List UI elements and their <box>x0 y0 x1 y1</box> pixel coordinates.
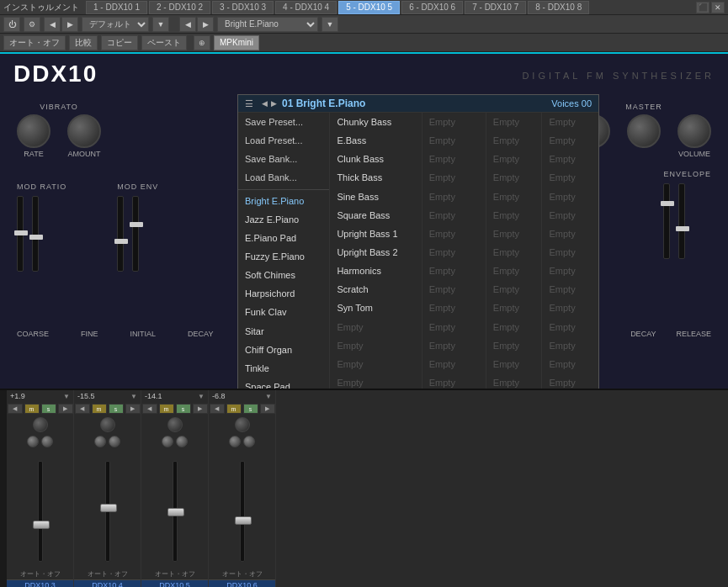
preset-col3-item-12[interactable]: Empty <box>422 336 486 355</box>
preset-col3-item-7[interactable]: Empty <box>422 243 486 262</box>
send-knob1-3[interactable] <box>229 436 241 447</box>
minimize-button[interactable]: ⬛ <box>696 2 709 13</box>
channel-arrow-right-1[interactable]: ▶ <box>125 404 141 414</box>
menu-icon[interactable]: ▼ <box>152 17 169 32</box>
dropdown-next-button[interactable]: ▶ <box>271 99 277 108</box>
preset-col2-item-9[interactable]: Scratch <box>330 280 421 299</box>
preset-col3-item-1[interactable]: Empty <box>422 131 486 150</box>
channel-m-btn-3[interactable]: m <box>226 404 242 414</box>
preset-col2-item-6[interactable]: Upright Bass 1 <box>330 225 421 243</box>
preset-col2-item-8[interactable]: Harmonics <box>330 262 421 280</box>
preset-col5-item-12[interactable]: Empty <box>542 336 598 355</box>
pan-knob-3[interactable] <box>235 417 250 432</box>
preset-col3-item-9[interactable]: Empty <box>422 280 486 299</box>
preset-col5-item-1[interactable]: Empty <box>542 131 598 150</box>
preset-col3-item-11[interactable]: Empty <box>422 318 486 336</box>
preset-col2-item-2[interactable]: Clunk Bass <box>330 150 421 168</box>
tab-ddx10-1[interactable]: 1 - DDX10 1 <box>86 1 147 14</box>
paste-button[interactable]: ペースト <box>141 35 187 50</box>
nav-left-button[interactable]: ◀ <box>44 17 61 32</box>
tab-ddx10-3[interactable]: 3 - DDX10 3 <box>212 1 274 14</box>
channel-s-btn-1[interactable]: s <box>109 404 124 414</box>
fader-knob-3[interactable] <box>235 516 252 525</box>
decay-slider-handle[interactable] <box>130 222 143 227</box>
preset-col1-item-1[interactable]: Jazz E.Piano <box>238 210 329 229</box>
preset-col5-item-7[interactable]: Empty <box>542 243 598 262</box>
power-icon[interactable]: ⏻ <box>3 17 20 32</box>
send-knob1-1[interactable] <box>94 436 106 447</box>
pan-knob-1[interactable] <box>100 417 115 432</box>
copy-button[interactable]: コピー <box>101 35 138 50</box>
preset-col3-item-4[interactable]: Empty <box>422 188 486 206</box>
preset-col2-item-11[interactable]: Empty <box>330 318 421 336</box>
preset-col4-item-12[interactable]: Empty <box>486 336 542 355</box>
preset-col4-item-2[interactable]: Empty <box>486 150 542 168</box>
preset-col2-item-13[interactable]: Empty <box>330 355 421 373</box>
preset-col3-item-14[interactable]: Empty <box>422 373 486 389</box>
channel-s-btn-3[interactable]: s <box>243 404 258 414</box>
channel-m-btn-2[interactable]: m <box>159 404 174 414</box>
coarse-slider-track[interactable] <box>17 196 24 272</box>
save-bank-item[interactable]: Save Bank... <box>238 150 329 168</box>
compare-button[interactable]: 比較 <box>69 35 98 50</box>
coarse-slider-handle[interactable] <box>14 230 28 235</box>
settings-icon[interactable]: ⚙ <box>24 17 40 32</box>
env-slider2-track[interactable] <box>678 183 685 259</box>
preset-col1-item-2[interactable]: E.Piano Pad <box>238 229 329 247</box>
channel-arrow-left-1[interactable]: ◀ <box>75 404 90 414</box>
send-knob1-0[interactable] <box>27 436 39 447</box>
preset-col4-item-3[interactable]: Empty <box>486 168 542 187</box>
tab-ddx10-6[interactable]: 6 - DDX10 6 <box>401 1 463 14</box>
channel-s-btn-2[interactable]: s <box>176 404 191 414</box>
zoom-icon[interactable]: ⊕ <box>194 35 210 50</box>
preset-col3-item-2[interactable]: Empty <box>422 150 486 168</box>
send-knob1-2[interactable] <box>162 436 173 447</box>
auto-off-button[interactable]: オート・オフ <box>3 35 66 50</box>
preset-col5-item-9[interactable]: Empty <box>542 280 598 299</box>
preset-name-dropdown[interactable]: Bright E.Piano <box>217 17 318 32</box>
preset-col5-item-3[interactable]: Empty <box>542 168 598 187</box>
preset-col3-item-3[interactable]: Empty <box>422 168 486 187</box>
preset-col1-item-5[interactable]: Harpsichord <box>238 284 329 303</box>
fader-knob-0[interactable] <box>33 521 50 529</box>
pan-knob-0[interactable] <box>33 417 48 432</box>
preset-col4-item-0[interactable]: Empty <box>486 113 542 131</box>
preset-col2-item-10[interactable]: Syn Tom <box>330 299 421 317</box>
preset-col1-item-7[interactable]: Sitar <box>238 322 329 341</box>
preset-col5-item-11[interactable]: Empty <box>542 318 598 336</box>
preset-col1-item-10[interactable]: Space Pad <box>238 378 329 389</box>
preset-col5-item-10[interactable]: Empty <box>542 299 598 317</box>
preset-col3-item-5[interactable]: Empty <box>422 206 486 225</box>
preset-col5-item-0[interactable]: Empty <box>542 113 598 131</box>
preset-col3-item-8[interactable]: Empty <box>422 262 486 280</box>
preset-col2-item-5[interactable]: Square Bass <box>330 206 421 225</box>
preset-col4-item-4[interactable]: Empty <box>486 188 542 206</box>
preset-col2-item-14[interactable]: Empty <box>330 373 421 389</box>
preset-col4-item-5[interactable]: Empty <box>486 206 542 225</box>
pan-knob-2[interactable] <box>167 417 183 432</box>
channel-arrow-left-2[interactable]: ◀ <box>142 404 157 414</box>
amount-knob[interactable] <box>67 114 101 148</box>
preset-default-dropdown[interactable]: デフォルト <box>82 17 149 32</box>
preset-col3-item-6[interactable]: Empty <box>422 225 486 243</box>
channel-arrow-left-0[interactable]: ◀ <box>8 404 23 414</box>
tab-ddx10-4[interactable]: 4 - DDX10 4 <box>275 1 337 14</box>
load-bank-item[interactable]: Load Bank... <box>238 168 329 187</box>
initial-slider-track[interactable] <box>117 196 124 272</box>
preset-col4-item-7[interactable]: Empty <box>486 243 542 262</box>
send-knob2-3[interactable] <box>243 436 255 447</box>
channel-arrow-right-2[interactable]: ▶ <box>193 404 208 414</box>
load-preset-item[interactable]: Load Preset... <box>238 131 329 150</box>
channel-s-btn-0[interactable]: s <box>41 404 56 414</box>
close-button[interactable]: ✕ <box>711 2 725 13</box>
preset-col2-item-7[interactable]: Upright Bass 2 <box>330 243 421 262</box>
preset-col5-item-8[interactable]: Empty <box>542 262 598 280</box>
preset-col4-item-13[interactable]: Empty <box>486 355 542 373</box>
preset-col1-item-6[interactable]: Funk Clav <box>238 303 329 321</box>
preset-col4-item-1[interactable]: Empty <box>486 131 542 150</box>
preset-prev-button[interactable]: ◀ <box>179 17 196 32</box>
rate-knob[interactable] <box>17 114 50 148</box>
preset-col3-item-0[interactable]: Empty <box>422 113 486 131</box>
send-knob2-0[interactable] <box>41 436 53 447</box>
initial-slider-handle[interactable] <box>114 239 128 244</box>
